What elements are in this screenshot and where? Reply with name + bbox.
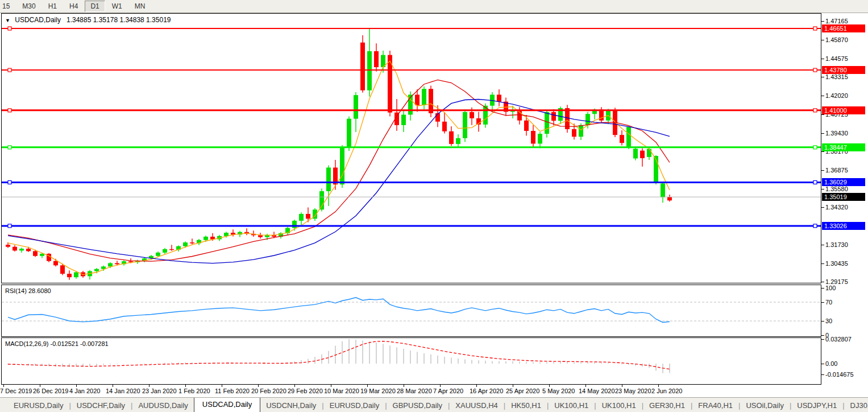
time-axis-tick [76,385,77,387]
time-axis-tick [294,385,295,387]
line-handle-right[interactable] [813,109,817,112]
ma-line-ma-fast-orange [8,61,670,274]
macd-axis-label: -0.014675 [825,370,854,378]
time-axis-label: 20 Feb 2020 [251,388,286,394]
price-axis-tick [821,189,824,189]
rsi-chart-canvas[interactable] [0,285,821,337]
price-axis-label: 1.42020 [825,92,848,100]
rsi-axis-tick [821,288,824,289]
macd-chart-canvas[interactable] [0,337,821,385]
rsi-axis-tick [821,302,824,303]
price-line-badge-1.36029: 1.36029 [822,178,865,186]
time-axis-label: 28 Mar 2020 [397,388,432,394]
chart-legend: ▼ USDCAD,Daily 1.34885 1.35178 1.34838 1… [5,16,171,24]
chevron-down-icon[interactable]: ▼ [5,18,10,23]
line-handle-left[interactable] [8,224,11,228]
chart-tab-fra40-h1[interactable]: FRA40,H1 [692,399,738,411]
time-axis-label: 26 Dec 2019 [33,388,68,394]
time-axis-label: 14 Jan 2020 [106,388,140,394]
macd-axis-tick [821,374,824,375]
time-axis-label: 4 Jan 2020 [69,388,100,394]
chart-tab-uk100-h1[interactable]: UK100,H1 [596,399,642,411]
timeframe-button-m30[interactable]: M30 [16,1,41,12]
chart-ohlc-values: 1.34885 1.35178 1.34838 1.35019 [67,16,171,24]
price-line-1.36029[interactable] [2,180,821,184]
timeframe-button-d1[interactable]: D1 [85,1,105,12]
price-line-1.33026[interactable] [2,224,821,228]
time-axis-tick [476,385,477,387]
line-handle-left[interactable] [8,109,11,112]
time-axis-label: 7 Apr 2020 [433,388,463,394]
current-price-badge: 1.35019 [822,193,865,201]
price-axis-tick [821,96,824,96]
line-handle-left[interactable] [8,27,11,30]
line-handle-right[interactable] [813,146,817,149]
chart-tab-ger30-h1[interactable]: GER30,H1 [643,399,691,411]
time-axis-label: 14 May 2020 [579,388,615,394]
time-axis-tick [513,385,513,387]
chart-tab-usdchf-daily[interactable]: USDCHF,Daily [71,399,131,411]
time-axis-tick [331,385,331,387]
price-line-1.43780[interactable] [2,68,821,72]
price-axis-label: 1.30435 [825,259,848,267]
line-handle-right[interactable] [813,27,817,30]
timeframe-button-mn[interactable]: MN [129,1,151,12]
price-axis-label: 1.34320 [825,203,848,211]
chart-tab-eurusd-daily[interactable]: EURUSD,Daily [8,399,69,411]
timeframe-button-w1[interactable]: W1 [106,1,128,12]
price-axis-tick [821,114,824,115]
chart-symbol-period: USDCAD,Daily [15,16,61,24]
price-axis-label: 1.39430 [825,129,848,137]
time-axis-tick [113,385,113,387]
price-axis-tick [821,151,824,152]
chart-tab-xauusd-h4[interactable]: XAUUSD,H4 [450,399,503,411]
chart-tab-hk50-h1[interactable]: HK50,H1 [505,399,547,411]
line-handle-left[interactable] [8,180,11,184]
price-axis-label: 1.44575 [825,55,848,63]
chart-tab-usoil-daily[interactable]: USOil,Daily [740,399,789,411]
time-axis-label: 23 May 2020 [615,388,651,394]
time-axis-tick [585,385,586,387]
line-handle-right[interactable] [813,68,817,72]
rsi-label: RSI(14) 28.6080 [5,287,51,294]
price-line-1.46651[interactable] [2,27,821,30]
price-axis-tick [821,170,824,171]
macd-axis-tick [821,364,824,364]
rsi-line [8,298,670,323]
timeframe-button-15[interactable]: 15 [0,1,15,12]
chart-tab-eurusd-daily[interactable]: EURUSD,Daily [324,399,385,411]
chart-tab-usdcad-daily[interactable]: USDCAD,Daily [194,397,260,412]
line-handle-left[interactable] [8,146,11,149]
chart-tab-uk100-h1[interactable]: UK100,H1 [549,399,594,411]
time-axis-tick [40,385,40,387]
line-handle-right[interactable] [813,224,817,228]
chart-tab-dj30-h1[interactable]: DJ30,H1 [845,399,868,411]
chart-tab-audusd-daily[interactable]: AUDUSD,Daily [132,399,193,411]
chart-tab-gbpusd-daily[interactable]: GBPUSD,Daily [387,399,448,411]
chart-tab-usdjpy-h1[interactable]: USDJPY,H1 [791,399,842,411]
time-axis-tick [185,385,186,387]
time-axis-label: 25 Apr 2020 [506,388,539,394]
price-axis-label: 1.36875 [825,166,848,174]
price-line-badge-1.46651: 1.46651 [822,24,865,32]
price-line-badge-1.43780: 1.43780 [822,66,865,74]
timeframe-button-h4[interactable]: H4 [64,1,84,12]
time-axis-label: 5 May 2020 [542,388,575,394]
ma-line-ma-slow-blue [8,100,670,263]
macd-axis-label: 0.032807 [825,335,852,343]
time-axis-label: 11 Feb 2020 [215,388,250,394]
price-axis-label: 1.31730 [825,241,848,249]
time-axis-label: 1 Feb 2020 [178,388,210,394]
price-axis-tick [821,21,824,22]
time-axis-label: 23 Jan 2020 [142,388,177,394]
time-axis-label: 16 Apr 2020 [470,388,503,394]
time-axis-tick [149,385,149,387]
line-handle-right[interactable] [813,180,817,184]
line-handle-left[interactable] [8,68,11,72]
chart-tab-usdcnh-daily[interactable]: USDCNH,Daily [260,399,322,411]
price-chart-canvas[interactable] [0,13,821,283]
rsi-axis-tick [821,335,824,336]
mt4-window: { "toolbar": { "timeframes": ["15","M30"… [0,0,868,412]
symbol-tabbar: EURUSD,Daily|USDCHF,Daily|AUDUSD,DailyUS… [0,397,868,412]
timeframe-button-h1[interactable]: H1 [43,1,63,12]
